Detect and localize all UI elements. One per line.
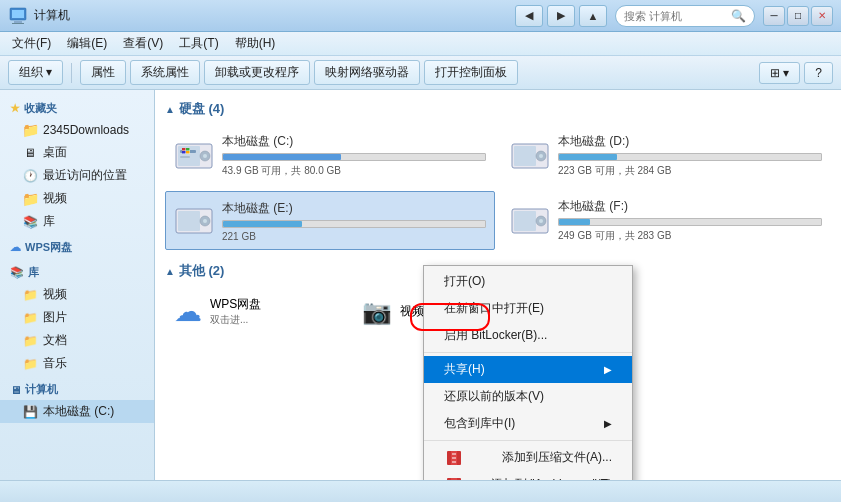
organize-button[interactable]: 组织 ▾: [8, 60, 63, 85]
properties-button[interactable]: 属性: [80, 60, 126, 85]
back-button[interactable]: ◀: [515, 5, 543, 27]
status-bar: [0, 480, 841, 502]
drive-f-info: 本地磁盘 (F:) 249 GB 可用，共 283 GB: [558, 198, 822, 243]
view-toggle-button[interactable]: ⊞ ▾: [759, 62, 800, 84]
sidebar-item-music[interactable]: 📁 音乐: [0, 352, 154, 375]
content-area: ▲ 硬盘 (4): [155, 90, 841, 480]
drive-d-size: 223 GB 可用，共 284 GB: [558, 164, 822, 178]
menu-bar: 文件(F) 编辑(E) 查看(V) 工具(T) 帮助(H): [0, 32, 841, 56]
music-folder-icon: 📁: [22, 356, 38, 372]
sidebar-item-video[interactable]: 📁 视频: [0, 283, 154, 306]
svg-rect-33: [451, 478, 457, 481]
drive-e-icon: [174, 203, 214, 239]
menu-file[interactable]: 文件(F): [4, 33, 59, 54]
drive-e-name: 本地磁盘 (E:): [222, 200, 486, 217]
ctx-share-arrow: ▶: [604, 364, 612, 375]
svg-rect-24: [514, 211, 536, 231]
desktop-icon: 🖥: [22, 145, 38, 161]
wps-section: ☁ WPS网盘: [0, 237, 154, 258]
lib-section: 📚 库 📁 视频 📁 图片 📁 文档 📁 音乐: [0, 262, 154, 375]
search-input[interactable]: [624, 10, 731, 22]
ctx-bitlocker[interactable]: 启用 BitLocker(B)...: [424, 322, 632, 349]
drive-f[interactable]: 本地磁盘 (F:) 249 GB 可用，共 283 GB: [501, 191, 831, 250]
view-dropdown-arrow: ▾: [783, 66, 789, 80]
menu-help[interactable]: 帮助(H): [227, 33, 284, 54]
sidebar-item-pictures[interactable]: 📁 图片: [0, 306, 154, 329]
uninstall-button[interactable]: 卸载或更改程序: [204, 60, 310, 85]
up-button[interactable]: ▲: [579, 5, 607, 27]
system-props-button[interactable]: 系统属性: [130, 60, 200, 85]
svg-rect-31: [452, 461, 456, 463]
close-button[interactable]: ✕: [811, 6, 833, 26]
favorites-section: ★ 收藏夹 📁 2345Downloads 🖥 桌面 🕐 最近访问的位置 📁 视…: [0, 98, 154, 233]
drive-e-bar: [222, 220, 486, 228]
ctx-open[interactable]: 打开(O): [424, 268, 632, 295]
wps-info: WPS网盘 双击进...: [210, 296, 261, 327]
drive-e[interactable]: 本地磁盘 (E:) 221 GB: [165, 191, 495, 250]
favorites-header: ★ 收藏夹: [0, 98, 154, 119]
drive-c-fill: [223, 154, 341, 160]
drive-c-size: 43.9 GB 可用，共 80.0 GB: [222, 164, 486, 178]
drive-e-size: 221 GB: [222, 231, 486, 242]
menu-tools[interactable]: 工具(T): [171, 33, 226, 54]
sidebar-item-downloads[interactable]: 📁 2345Downloads: [0, 119, 154, 141]
zip-icon-2: [444, 477, 464, 481]
map-drive-button[interactable]: 映射网络驱动器: [314, 60, 420, 85]
title-bar: 计算机 ◀ ▶ ▲ 🔍 ─ □ ✕: [0, 0, 841, 32]
maximize-button[interactable]: □: [787, 6, 809, 26]
wps-header: ☁ WPS网盘: [0, 237, 154, 258]
svg-rect-20: [178, 211, 200, 231]
search-box[interactable]: 🔍: [615, 5, 755, 27]
sidebar-item-c-drive[interactable]: 💾 本地磁盘 (C:): [0, 400, 154, 423]
svg-rect-29: [452, 453, 456, 455]
drive-e-info: 本地磁盘 (E:) 221 GB: [222, 200, 486, 242]
svg-point-18: [539, 154, 543, 158]
drive-d-fill: [559, 154, 617, 160]
ctx-sep-1: [424, 352, 632, 353]
search-icon: 🔍: [731, 9, 746, 23]
svg-rect-16: [514, 146, 536, 166]
drive-f-size: 249 GB 可用，共 283 GB: [558, 229, 822, 243]
svg-rect-1: [12, 10, 24, 18]
ctx-add-archive-rar[interactable]: 添加到 "Archive.rar"(T): [424, 471, 632, 480]
menu-edit[interactable]: 编辑(E): [59, 33, 115, 54]
drive-e-fill: [223, 221, 302, 227]
drive-c[interactable]: 本地磁盘 (C:) 43.9 GB 可用，共 80.0 GB: [165, 126, 495, 185]
svg-rect-30: [452, 457, 456, 459]
expand-icon-2: ▲: [165, 266, 175, 277]
docs-folder-icon: 📁: [22, 333, 38, 349]
forward-button[interactable]: ▶: [547, 5, 575, 27]
sidebar-item-video-fav[interactable]: 📁 视频: [0, 187, 154, 210]
context-menu: 打开(O) 在新窗口中打开(E) 启用 BitLocker(B)... 共享(H…: [423, 265, 633, 480]
window-controls: ─ □ ✕: [763, 6, 833, 26]
folder-icon: 📁: [22, 122, 38, 138]
sidebar-item-recent[interactable]: 🕐 最近访问的位置: [0, 164, 154, 187]
ctx-restore-versions[interactable]: 还原以前的版本(V): [424, 383, 632, 410]
computer-header: 🖥 计算机: [0, 379, 154, 400]
drive-f-icon: [510, 203, 550, 239]
expand-icon: ▲: [165, 104, 175, 115]
sidebar-item-docs[interactable]: 📁 文档: [0, 329, 154, 352]
drives-grid: 本地磁盘 (C:) 43.9 GB 可用，共 80.0 GB: [165, 126, 831, 250]
sidebar-item-desktop[interactable]: 🖥 桌面: [0, 141, 154, 164]
ctx-share[interactable]: 共享(H) ▶: [424, 356, 632, 383]
menu-view[interactable]: 查看(V): [115, 33, 171, 54]
video-folder-icon: 📁: [22, 287, 38, 303]
ctx-include-lib[interactable]: 包含到库中(I) ▶: [424, 410, 632, 437]
control-panel-button[interactable]: 打开控制面板: [424, 60, 518, 85]
svg-point-22: [203, 219, 207, 223]
zip-icon-1: [444, 450, 464, 466]
ctx-open-new-window[interactable]: 在新窗口中打开(E): [424, 295, 632, 322]
nav-buttons: ◀ ▶ ▲: [515, 5, 607, 27]
minimize-button[interactable]: ─: [763, 6, 785, 26]
lib-icon-2: 📚: [10, 266, 24, 279]
lib-icon: 📚: [22, 214, 38, 230]
drive-f-bar: [558, 218, 822, 226]
sidebar-item-lib-fav[interactable]: 📚 库: [0, 210, 154, 233]
ctx-lib-arrow: ▶: [604, 418, 612, 429]
main-area: ★ 收藏夹 📁 2345Downloads 🖥 桌面 🕐 最近访问的位置 📁 视…: [0, 90, 841, 480]
other-wps[interactable]: ☁ WPS网盘 双击进...: [165, 288, 345, 335]
help-button[interactable]: ?: [804, 62, 833, 84]
drive-d[interactable]: 本地磁盘 (D:) 223 GB 可用，共 284 GB: [501, 126, 831, 185]
ctx-add-zip[interactable]: 添加到压缩文件(A)...: [424, 444, 632, 471]
